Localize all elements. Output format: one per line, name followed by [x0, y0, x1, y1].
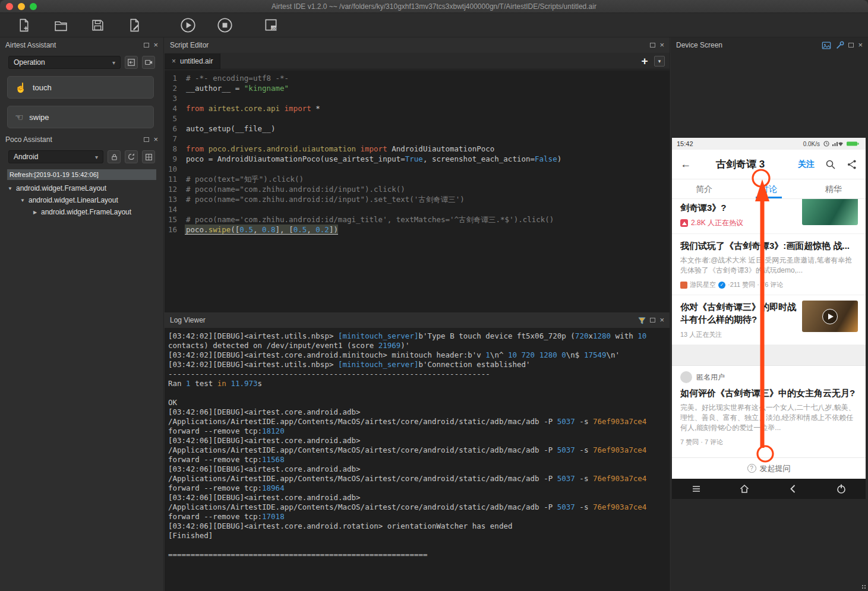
log-lines: [03:42:02][DEBUG]<airtest.utils.nbsp> [m… — [168, 331, 670, 560]
open-script-button[interactable] — [52, 17, 69, 33]
line-number: 6 — [165, 124, 185, 134]
line-number: 11 — [165, 174, 185, 184]
code-line[interactable]: 11# poco(text="知乎").click() — [165, 174, 670, 184]
tree-item[interactable]: ▼android.widget.FrameLayout — [0, 182, 163, 194]
airtest-assistant-panel: Airtest Assistant × Operation ▾ ☝ touch … — [0, 37, 164, 132]
touch-icon: ☝ — [15, 82, 27, 93]
code-line[interactable]: 2__author__ = "kingname" — [165, 83, 670, 93]
follow-button[interactable]: 关注 — [798, 159, 815, 170]
code-line[interactable]: 8from poco.drivers.android.uiautomation … — [165, 144, 670, 154]
lock-button[interactable] — [108, 150, 121, 163]
power-icon[interactable] — [835, 483, 847, 495]
traffic-lights — [6, 3, 37, 10]
log-line: /Applications/AirtestIDE.app/Contents/Ma… — [168, 445, 670, 455]
log-window-button[interactable]: LOG — [263, 17, 279, 33]
touch-action-button[interactable]: ☝ touch — [7, 76, 154, 99]
code-text — [185, 93, 191, 103]
swipe-icon: ☜ — [15, 112, 23, 123]
back-arrow-icon[interactable]: ← — [680, 158, 691, 170]
feed-card[interactable]: 我们试玩了《古剑奇谭3》:画面超惊艳 战... 本文作者:@战术大米 近日,受网… — [672, 234, 866, 295]
save-script-button[interactable] — [89, 17, 106, 33]
refresh-status-row[interactable]: Refresh:[2019-01-19 15:42:06] — [7, 169, 156, 180]
float-panel-icon[interactable] — [650, 318, 655, 323]
code-line[interactable]: 1# -*- encoding=utf8 -*- — [165, 73, 670, 83]
code-text: __author__ = "kingname" — [185, 83, 289, 93]
code-line[interactable]: 10 — [165, 164, 670, 174]
video-thumbnail[interactable] — [802, 301, 858, 332]
new-tab-button[interactable]: + — [637, 55, 652, 67]
float-panel-icon[interactable] — [144, 137, 149, 142]
run-script-button[interactable] — [179, 17, 196, 33]
float-panel-icon[interactable] — [650, 43, 655, 48]
save-as-button[interactable] — [126, 17, 143, 33]
poco-mode-dropdown[interactable]: Android ▾ — [8, 150, 103, 163]
code-line[interactable]: 3 — [165, 93, 670, 103]
log-line: /Applications/AirtestIDE.app/Contents/Ma… — [168, 474, 670, 483]
play-icon — [822, 309, 838, 324]
code-line[interactable]: 7 — [165, 134, 670, 144]
insert-snippet-button[interactable] — [125, 56, 138, 69]
tab-discussion[interactable]: 讨论 — [737, 179, 801, 198]
tree-item-label: android.widget.FrameLayout — [16, 184, 106, 192]
log-output[interactable]: [03:42:02][DEBUG]<airtest.utils.nbsp> [m… — [165, 328, 670, 591]
minimize-window-button[interactable] — [18, 3, 25, 10]
poco-tree[interactable]: ▼android.widget.FrameLayout▼android.widg… — [0, 182, 163, 218]
new-script-button[interactable] — [15, 17, 32, 33]
code-editor[interactable]: 1# -*- encoding=utf8 -*-2__author__ = "k… — [165, 70, 670, 312]
record-button[interactable] — [142, 56, 155, 69]
code-line[interactable]: 4from airtest.core.api import * — [165, 103, 670, 113]
zoom-window-button[interactable] — [30, 3, 37, 10]
chevron-down-icon[interactable]: ▼ — [7, 186, 13, 191]
snapshot-icon[interactable] — [822, 41, 831, 50]
phone-feed[interactable]: 剑奇谭3》? 2.8K 人正在热议 我们试玩了《古剑奇谭3》:画面超惊艳 战..… — [672, 199, 866, 457]
tools-icon[interactable] — [835, 41, 844, 50]
code-line[interactable]: 15# poco(name='com.zhihu.android:id/magi… — [165, 214, 670, 225]
code-line[interactable]: 6auto_setup(__file__) — [165, 124, 670, 134]
float-panel-icon[interactable] — [848, 43, 854, 48]
tab-untitled-air[interactable]: × untitled.air — [165, 53, 220, 69]
ask-question-button[interactable]: ? 发起提问 — [672, 457, 866, 479]
close-panel-icon[interactable]: × — [858, 42, 863, 48]
float-panel-icon[interactable] — [144, 43, 149, 48]
close-panel-icon[interactable]: × — [153, 42, 158, 48]
refresh-tree-button[interactable] — [125, 150, 138, 163]
device-screen-title: Device Screen — [676, 41, 722, 49]
close-panel-icon[interactable]: × — [153, 137, 158, 143]
card-body: 本文作者:@战术大米 近日,受网元圣唐邀请,笔者有幸抢先体验了《古剑奇谭3》的试… — [680, 255, 857, 276]
new-script-icon — [17, 18, 31, 33]
device-screen-header: Device Screen × — [671, 37, 868, 53]
tab-intro[interactable]: 简介 — [672, 179, 737, 198]
code-line[interactable]: 13# poco(name="com.zhihu.android:id/inpu… — [165, 194, 670, 204]
tab-list-dropdown[interactable]: ▾ — [654, 56, 665, 67]
operation-mode-dropdown[interactable]: Operation ▾ — [8, 56, 121, 69]
stop-script-button[interactable] — [216, 17, 233, 33]
feed-card[interactable]: 剑奇谭3》? 2.8K 人正在热议 — [672, 199, 866, 234]
filter-icon[interactable] — [638, 317, 646, 324]
close-panel-icon[interactable]: × — [659, 42, 664, 48]
chevron-down-icon[interactable]: ▼ — [20, 198, 26, 203]
share-icon[interactable] — [847, 159, 857, 170]
close-panel-icon[interactable]: × — [659, 317, 664, 323]
tree-item[interactable]: ▼android.widget.LinearLayout — [0, 194, 163, 206]
close-tab-icon[interactable]: × — [172, 57, 176, 65]
code-line[interactable]: 5 — [165, 113, 670, 124]
device-mirror[interactable]: 15:42 0.0K/s ← 古剑奇谭 3 关注 简介 讨论 精华 — [672, 138, 866, 499]
swipe-action-button[interactable]: ☜ swipe — [7, 106, 154, 128]
code-line[interactable]: 12# poco(name="com.zhihu.android:id/inpu… — [165, 184, 670, 194]
feed-card[interactable]: 匿名用户 如何评价《古剑奇谭三》中的女主角云无月? 完美。好比现实世界有这么一个… — [672, 366, 866, 452]
code-text: auto_setup(__file__) — [185, 124, 276, 134]
main-toolbar: LOG — [0, 13, 868, 37]
menu-icon[interactable] — [690, 483, 702, 495]
search-icon[interactable] — [825, 159, 836, 170]
back-icon[interactable] — [787, 483, 799, 495]
chevron-right-icon[interactable]: ▶ — [32, 210, 38, 215]
code-line[interactable]: 9poco = AndroidUiautomationPoco(use_airt… — [165, 154, 670, 164]
feed-card[interactable]: 你对《古剑奇谭三》的即时战斗有什么样的期待? 13 人正在关注 — [672, 295, 866, 345]
code-line[interactable]: 16poco.swipe([0.5, 0.8], [0.5, 0.2]) — [165, 225, 670, 235]
close-window-button[interactable] — [6, 3, 13, 10]
code-line[interactable]: 14 — [165, 204, 670, 214]
tree-item[interactable]: ▶android.widget.FrameLayout — [0, 206, 163, 218]
home-icon[interactable] — [738, 483, 750, 495]
inspector-button[interactable] — [142, 150, 155, 163]
tab-highlights[interactable]: 精华 — [801, 179, 866, 198]
